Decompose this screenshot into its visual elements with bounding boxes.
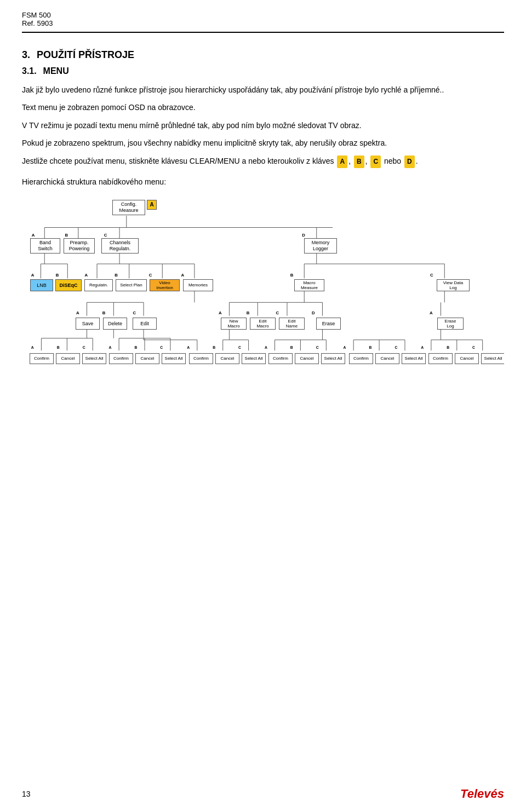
node-new-macro: NewMacro xyxy=(221,318,247,330)
p5-end: nebo xyxy=(384,157,401,165)
node-confirm-6: Confirm xyxy=(428,353,453,364)
page-header: FSM 500 Ref. 5903 xyxy=(22,11,504,33)
svg-text:A: A xyxy=(219,310,222,315)
svg-text:D: D xyxy=(312,310,315,315)
node-memory: MemoryLogger xyxy=(304,238,337,254)
svg-text:C: C xyxy=(238,345,241,349)
paragraph-5: Jestliže chcete používat menu, stiskněte… xyxy=(22,155,504,168)
paragraph-4: Pokud je zobrazeno spektrum, jsou všechn… xyxy=(22,137,504,149)
subsection-title: MENU xyxy=(43,66,69,76)
svg-text:A: A xyxy=(430,310,433,315)
svg-text:B: B xyxy=(134,345,137,349)
brand-name: Televés xyxy=(460,787,504,801)
node-cancel-6: Cancel xyxy=(455,353,479,364)
page: FSM 500 Ref. 5903 3. POUŽITÍ PŘÍSTROJE 3… xyxy=(0,0,526,812)
svg-text:A: A xyxy=(85,273,88,278)
node-edit-macro: EditMacro xyxy=(250,318,276,330)
badge-b: B xyxy=(354,156,364,168)
diagram-label: Hierarchická struktura nabídkového menu: xyxy=(22,176,504,188)
svg-text:A: A xyxy=(109,345,112,349)
svg-text:B: B xyxy=(102,310,106,315)
svg-text:A: A xyxy=(31,345,34,349)
svg-text:A: A xyxy=(265,345,267,349)
node-cancel-1: Cancel xyxy=(56,353,80,364)
node-badge-a-root: A xyxy=(147,200,157,210)
page-footer: 13 Televés xyxy=(22,787,504,801)
svg-text:C: C xyxy=(133,310,136,315)
svg-text:A: A xyxy=(32,233,35,238)
svg-text:B: B xyxy=(290,273,294,278)
svg-text:C: C xyxy=(149,273,152,278)
node-cancel-2: Cancel xyxy=(135,353,159,364)
svg-text:A: A xyxy=(187,345,190,349)
node-diseqc: DiSEqC xyxy=(55,279,82,291)
badge-d: D xyxy=(404,156,415,168)
node-selectall-5: Select All xyxy=(402,353,426,364)
page-number: 13 xyxy=(22,790,31,798)
svg-text:C: C xyxy=(276,310,279,315)
svg-text:C: C xyxy=(472,345,475,349)
menu-diagram: A B C D A B A B C A B C A B C xyxy=(22,199,504,374)
node-confirm-5: Confirm xyxy=(349,353,373,364)
header-line2: Ref. 5903 xyxy=(22,19,504,27)
svg-text:A: A xyxy=(344,345,346,349)
svg-text:B: B xyxy=(247,310,250,315)
node-selectall-6: Select All xyxy=(481,353,504,364)
node-confirm-2: Confirm xyxy=(109,353,133,364)
node-confirm-4: Confirm xyxy=(268,353,293,364)
node-video-inv: VideoInvertion xyxy=(150,279,180,291)
node-selectall-3: Select All xyxy=(242,353,266,364)
paragraph-3: V TV režimu je pozadí textu menu mírně p… xyxy=(22,119,504,131)
svg-text:C: C xyxy=(316,345,319,349)
svg-text:A: A xyxy=(421,345,424,349)
node-view-data-log: View DataLog xyxy=(437,279,470,291)
node-memories: Memories xyxy=(183,279,213,291)
node-preamp: Preamp.Powering xyxy=(64,238,95,254)
svg-text:C: C xyxy=(104,233,107,238)
svg-text:A: A xyxy=(181,273,184,278)
node-selectplan: Select Plan xyxy=(116,279,147,291)
badge-a: A xyxy=(337,156,347,168)
node-edit-name: EditName xyxy=(279,318,305,330)
svg-text:C: C xyxy=(430,273,433,278)
svg-text:A: A xyxy=(76,310,79,315)
svg-text:B: B xyxy=(290,345,293,349)
node-selectall-4: Select All xyxy=(321,353,345,364)
brand-logo: Televés xyxy=(460,787,504,801)
section-title: POUŽITÍ PŘÍSTROJE xyxy=(37,49,134,60)
node-save: Save xyxy=(76,318,100,330)
node-delete: Delete xyxy=(103,318,127,330)
node-confirm-1: Confirm xyxy=(30,353,54,364)
node-config: Config.Measure xyxy=(112,200,145,215)
svg-text:B: B xyxy=(369,345,372,349)
tree-wrapper: A B C D A B A B C A B C A B C xyxy=(27,199,499,374)
svg-text:B: B xyxy=(447,345,449,349)
svg-text:B: B xyxy=(56,273,59,278)
node-cancel-3: Cancel xyxy=(215,353,239,364)
svg-text:C: C xyxy=(395,345,397,349)
node-erase: Erase xyxy=(316,318,341,330)
svg-text:B: B xyxy=(115,273,118,278)
node-edit: Edit xyxy=(133,318,157,330)
node-erase-log: EraseLog xyxy=(437,318,464,330)
p5-start: Jestliže chcete používat menu, stiskněte… xyxy=(22,157,334,165)
node-cancel-5: Cancel xyxy=(375,353,399,364)
node-macro-measure: MacroMeasure xyxy=(294,279,324,291)
node-selectall-1: Select All xyxy=(82,353,106,364)
svg-text:A: A xyxy=(31,273,35,278)
header-line1: FSM 500 xyxy=(22,11,504,19)
node-lnb: LNB xyxy=(30,279,53,291)
paragraph-2: Text menu je zobrazen pomocí OSD na obra… xyxy=(22,101,504,113)
svg-text:D: D xyxy=(302,233,305,238)
node-regulatn: Regulatn. xyxy=(84,279,113,291)
svg-text:B: B xyxy=(65,233,68,238)
svg-text:C: C xyxy=(160,345,163,349)
svg-text:C: C xyxy=(83,345,85,349)
svg-text:B: B xyxy=(57,345,60,349)
subsection-number: 3.1. xyxy=(22,66,37,76)
node-band-switch: BandSwitch xyxy=(30,238,60,254)
badge-c: C xyxy=(370,156,381,168)
svg-text:B: B xyxy=(213,345,215,349)
node-confirm-3: Confirm xyxy=(189,353,213,364)
paragraph-1: Jak již bylo uvedeno různé funkce přístr… xyxy=(22,84,504,96)
